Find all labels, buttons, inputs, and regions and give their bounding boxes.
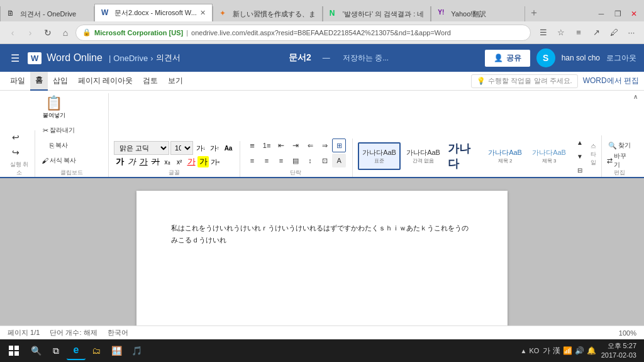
restore-button[interactable]: ❐	[610, 6, 625, 21]
line-spacing-button[interactable]: ↕	[303, 154, 317, 167]
styles-more[interactable]: ⊟	[573, 163, 587, 177]
underline-button[interactable]: 가	[138, 156, 149, 167]
styles-scroll-up[interactable]: ▲	[573, 135, 587, 149]
clear-format-button[interactable]: 가×	[209, 156, 221, 167]
style-heading3[interactable]: 가나다AaB 제목 3	[528, 142, 570, 170]
notification-icon[interactable]: 🔔	[587, 346, 596, 355]
logout-link[interactable]: 로그아웃	[606, 53, 636, 64]
note-icon[interactable]: 🖊	[606, 25, 621, 40]
browser-tab-2[interactable]: W 문서2.docx - Microsoft W... ✕	[94, 4, 213, 21]
font-size-increase-button[interactable]: 가↑	[208, 142, 221, 154]
new-tab-button[interactable]: ＋	[525, 4, 543, 21]
taskbar-clock[interactable]: 오후 5:27 2017-02-03	[601, 341, 636, 361]
breadcrumb-link[interactable]: OneDrive	[113, 54, 148, 63]
menu-bar: 파일 홈 삽입 페이지 레이아웃 검토 보기 💡 수행할 작업을 알려 주세요.…	[0, 72, 644, 91]
browser-tab-4[interactable]: N '발생하다' 의 검색결과 : 네	[323, 6, 431, 21]
share-nav-icon[interactable]: ↗	[589, 25, 604, 40]
ordered-list-button[interactable]: 1≡	[260, 139, 274, 152]
align-justify-button[interactable]: ▤	[289, 154, 303, 167]
change-case-button[interactable]: Aa	[222, 142, 235, 154]
copy-button[interactable]: ⎘ 복사	[40, 139, 78, 152]
paste-button[interactable]: 📋 붙여넣기	[40, 93, 68, 121]
hamburger-menu-button[interactable]: ☰	[8, 52, 23, 64]
taskbar-music[interactable]: 🎵	[127, 341, 146, 360]
address-bar[interactable]: 🔒 Microsoft Corporation [US] | onedrive.…	[75, 25, 531, 41]
hub-icon[interactable]: ≡	[571, 25, 586, 40]
cut-button[interactable]: ✂ 잘라내기	[40, 123, 78, 137]
close-window-button[interactable]: ✕	[626, 6, 641, 21]
redo-button[interactable]: ↪	[8, 145, 24, 159]
superscript-button[interactable]: x²	[174, 156, 185, 167]
bold-button[interactable]: 가	[114, 156, 125, 167]
menu-page-layout[interactable]: 페이지 레이아웃	[73, 72, 138, 91]
align-center-button[interactable]: ≡	[260, 154, 274, 167]
direction-ltr-button[interactable]: ⇐	[303, 139, 317, 152]
direction-rtl-button[interactable]: ⇒	[318, 139, 331, 152]
tab-close-2[interactable]: ✕	[200, 9, 206, 17]
favorites-icon[interactable]: ☆	[553, 25, 569, 40]
style-heading2[interactable]: 가나다AaB 제목 2	[484, 142, 526, 170]
back-button[interactable]: ‹	[5, 25, 20, 40]
word-logo-area: ☰ W Word Online	[8, 52, 103, 64]
taskbar-ie[interactable]: e	[67, 341, 86, 360]
menu-view[interactable]: 보기	[163, 72, 188, 91]
menu-file[interactable]: 파일	[5, 72, 30, 91]
forward-button[interactable]: ›	[23, 25, 38, 40]
undo-redo-buttons: ↩ ↪	[8, 130, 31, 159]
network-icon[interactable]: 📶	[563, 346, 572, 355]
align-left-button[interactable]: ≡	[245, 154, 259, 167]
home-button[interactable]: ⌂	[58, 25, 73, 40]
save-status: 저장하는 중...	[343, 53, 389, 64]
start-icon	[9, 346, 19, 356]
taskbar-explorer[interactable]: 🗂	[87, 341, 106, 360]
taskbar-search[interactable]: 🔍	[26, 341, 45, 360]
taskbar-windows[interactable]: 🪟	[107, 341, 126, 360]
speaker-icon[interactable]: 🔊	[575, 346, 584, 355]
style-normal-text: 가나다AaB	[362, 148, 396, 157]
align-right-button[interactable]: ≡	[274, 154, 288, 167]
command-search[interactable]: 💡 수행할 작업을 알려 주세요.	[471, 74, 577, 88]
more-icon[interactable]: ···	[624, 25, 639, 40]
font-size-decrease-button[interactable]: 가↓	[194, 142, 207, 154]
start-button[interactable]	[3, 339, 25, 362]
decrease-indent-button[interactable]: ⇤	[274, 139, 288, 152]
browser-tab-5[interactable]: Y! Yahoo!翻訳	[431, 6, 525, 21]
undo-button[interactable]: ↩	[8, 130, 24, 144]
format-copy-button[interactable]: 🖌 서식 복사	[40, 154, 78, 167]
menu-home[interactable]: 홈	[30, 72, 48, 91]
style-normal[interactable]: 가나다AaB 표준	[358, 142, 401, 170]
subscript-button[interactable]: x₂	[162, 156, 173, 167]
share-button[interactable]: 👤 공유	[485, 50, 530, 67]
replace-button[interactable]: ⇄ 바꾸기	[607, 154, 631, 167]
increase-indent-button[interactable]: ⇥	[289, 139, 303, 152]
shading-button[interactable]: A	[332, 154, 346, 167]
taskbar-taskview[interactable]: ⧉	[47, 341, 65, 360]
ribbon-group-undo: ↩ ↪ 실행 취소	[5, 130, 35, 177]
edit-in-word-link[interactable]: WORD에서 편집	[583, 76, 639, 86]
skype-button[interactable]: S	[536, 48, 555, 67]
unordered-list-button[interactable]: ≡	[245, 139, 259, 152]
browser-tab-3[interactable]: ✦ 新しい習慣を作成する、ま	[213, 6, 323, 21]
style-heading1[interactable]: 가나다	[446, 142, 482, 170]
reading-view-icon[interactable]: ☰	[536, 25, 551, 40]
menu-review[interactable]: 검토	[138, 72, 163, 91]
minimize-button[interactable]: ─	[594, 6, 609, 21]
ribbon-collapse-button[interactable]: ∧	[630, 93, 640, 100]
style-no-spacing[interactable]: 가나다AaB 간격 없음	[402, 142, 445, 170]
paragraph-expand-button[interactable]: ⊞	[332, 139, 346, 152]
document-content[interactable]: 私はこれをうけいれうけいれｒうけいうけいれるはずですかわたくｓｈｉｗあたｋうこれ…	[171, 222, 473, 246]
browser-tab-1[interactable]: 🗎 의견서 - OneDrive	[0, 6, 94, 21]
font-name-select[interactable]: 맑은 고딕	[114, 141, 169, 155]
refresh-button[interactable]: ↻	[40, 25, 55, 40]
find-button[interactable]: 🔍 찾기	[607, 139, 631, 152]
font-size-select[interactable]: 10	[170, 141, 193, 155]
font-color-button[interactable]: 가	[186, 156, 197, 167]
highlight-button[interactable]: 가	[197, 156, 209, 167]
borders-button[interactable]: ⊡	[318, 154, 331, 167]
address-lock-icon: 🔒	[82, 28, 91, 37]
strikethrough-button[interactable]: 가	[150, 156, 161, 167]
menu-insert[interactable]: 삽입	[48, 72, 73, 91]
italic-button[interactable]: 가	[126, 156, 137, 167]
tray-up-arrow[interactable]: ▲	[521, 348, 527, 354]
styles-scroll-down[interactable]: ▼	[573, 149, 587, 163]
